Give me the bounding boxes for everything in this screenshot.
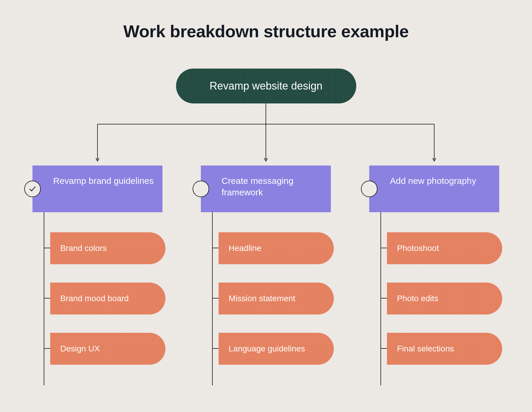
checkbox-icon bbox=[361, 181, 378, 197]
checkbox-icon bbox=[193, 181, 209, 197]
leaf-node: Final selections bbox=[387, 333, 502, 365]
branch-node: Add new photography bbox=[369, 166, 499, 212]
branch-node: Revamp brand guidelines bbox=[32, 166, 162, 212]
diagram-canvas: Work breakdown structure example Revamp … bbox=[0, 0, 532, 412]
leaf-node: Brand colors bbox=[50, 232, 165, 264]
leaf-label: Brand colors bbox=[60, 244, 107, 253]
leaf-label: Mission statement bbox=[229, 294, 295, 303]
branch-stem bbox=[212, 212, 213, 385]
leaf-label: Headline bbox=[229, 244, 261, 253]
branch-node: Create messaging framework bbox=[201, 166, 331, 212]
leaf-tick bbox=[44, 298, 50, 299]
branch-label: Add new photography bbox=[390, 176, 476, 186]
root-label: Revamp website design bbox=[209, 80, 322, 92]
leaf-node: Design UX bbox=[50, 333, 165, 365]
leaf-label: Brand mood board bbox=[60, 294, 129, 303]
diagram-title: Work breakdown structure example bbox=[0, 21, 532, 41]
check-icon bbox=[28, 184, 37, 193]
leaf-tick bbox=[212, 298, 219, 299]
branch-stem bbox=[380, 212, 381, 385]
branch-label: Create messaging framework bbox=[222, 176, 293, 197]
root-node: Revamp website design bbox=[176, 69, 356, 103]
leaf-tick bbox=[380, 248, 387, 248]
leaf-tick bbox=[380, 348, 387, 349]
leaf-node: Headline bbox=[219, 232, 334, 264]
leaf-node: Brand mood board bbox=[50, 283, 165, 314]
checkbox-icon bbox=[24, 181, 41, 197]
leaf-label: Photo edits bbox=[397, 294, 438, 303]
leaf-tick bbox=[212, 248, 219, 248]
branch-label: Revamp brand guidelines bbox=[53, 176, 154, 186]
leaf-node: Language guidelines bbox=[219, 333, 334, 365]
leaf-tick bbox=[44, 248, 50, 248]
leaf-label: Design UX bbox=[60, 344, 100, 353]
leaf-node: Photoshoot bbox=[387, 232, 502, 264]
leaf-tick bbox=[212, 348, 219, 349]
branch-stem bbox=[44, 212, 44, 385]
leaf-tick bbox=[380, 298, 387, 299]
leaf-label: Final selections bbox=[397, 344, 454, 353]
leaf-label: Language guidelines bbox=[229, 344, 305, 353]
leaf-label: Photoshoot bbox=[397, 244, 439, 253]
leaf-node: Mission statement bbox=[219, 283, 334, 314]
leaf-tick bbox=[44, 348, 50, 349]
leaf-node: Photo edits bbox=[387, 283, 502, 314]
